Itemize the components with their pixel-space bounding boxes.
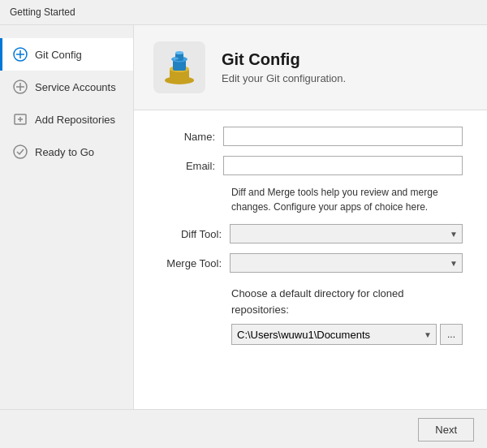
browse-button[interactable]: ...	[440, 324, 463, 345]
merge-tool-label: Merge Tool:	[158, 257, 230, 269]
title-bar: Getting Started	[0, 0, 487, 25]
svg-point-17	[174, 58, 179, 60]
email-input[interactable]	[223, 156, 463, 175]
sidebar-item-ready-to-go[interactable]: Ready to Go	[0, 136, 133, 168]
merge-tool-select[interactable]	[230, 253, 463, 273]
sidebar-item-service-accounts[interactable]: Service Accounts	[0, 71, 133, 103]
name-row: Name:	[158, 127, 463, 146]
dir-select-wrapper: C:\Users\wuwu1\Documents ▼	[231, 324, 437, 345]
sidebar-item-git-config[interactable]: Git Config	[0, 38, 133, 71]
add-repositories-icon	[12, 111, 28, 127]
header-logo	[153, 41, 205, 93]
dir-label: Choose a default directory for cloned re…	[231, 286, 463, 317]
diff-tool-row: Diff Tool: ▼	[158, 224, 463, 243]
sidebar: Git Config Service Accounts	[0, 25, 134, 409]
diff-tool-label: Diff Tool:	[158, 228, 230, 240]
header-subtitle: Edit your Git configuration.	[222, 72, 346, 84]
title-text: Getting Started	[10, 6, 75, 18]
svg-point-16	[175, 51, 183, 54]
dir-section: Choose a default directory for cloned re…	[158, 286, 463, 345]
sidebar-item-label: Git Config	[35, 49, 82, 61]
form-area: Name: Email: Diff and Merge tools help y…	[134, 110, 487, 409]
svg-point-9	[14, 145, 27, 158]
header-title: Git Config	[222, 50, 346, 69]
next-button[interactable]: Next	[418, 418, 474, 442]
diff-tool-wrapper: ▼	[230, 224, 463, 243]
main-panel: Git Config Edit your Git configuration. …	[134, 25, 487, 409]
diff-tool-select[interactable]	[230, 224, 463, 243]
merge-tool-wrapper: ▼	[230, 253, 463, 273]
service-accounts-icon	[12, 79, 28, 95]
dir-input-row: C:\Users\wuwu1\Documents ▼ ...	[231, 324, 463, 345]
sidebar-item-add-repositories[interactable]: Add Repositories	[0, 103, 133, 136]
name-input[interactable]	[223, 127, 463, 146]
merge-tool-row: Merge Tool: ▼	[158, 253, 463, 273]
panel-header: Git Config Edit your Git configuration.	[134, 25, 487, 110]
dir-select[interactable]: C:\Users\wuwu1\Documents	[231, 324, 437, 345]
name-label: Name:	[158, 131, 223, 143]
header-text: Git Config Edit your Git configuration.	[222, 50, 346, 84]
sidebar-item-label: Add Repositories	[35, 114, 115, 126]
app-logo-icon	[158, 46, 200, 88]
sidebar-item-label: Ready to Go	[35, 146, 94, 158]
email-row: Email:	[158, 156, 463, 175]
sidebar-item-label: Service Accounts	[35, 81, 116, 93]
git-config-icon	[12, 46, 28, 62]
content-area: Git Config Service Accounts	[0, 25, 487, 409]
info-text: Diff and Merge tools help you review and…	[231, 185, 463, 214]
main-container: Git Config Service Accounts	[0, 25, 487, 448]
footer: Next	[0, 409, 487, 448]
email-label: Email:	[158, 160, 223, 172]
ready-to-go-icon	[12, 144, 28, 160]
